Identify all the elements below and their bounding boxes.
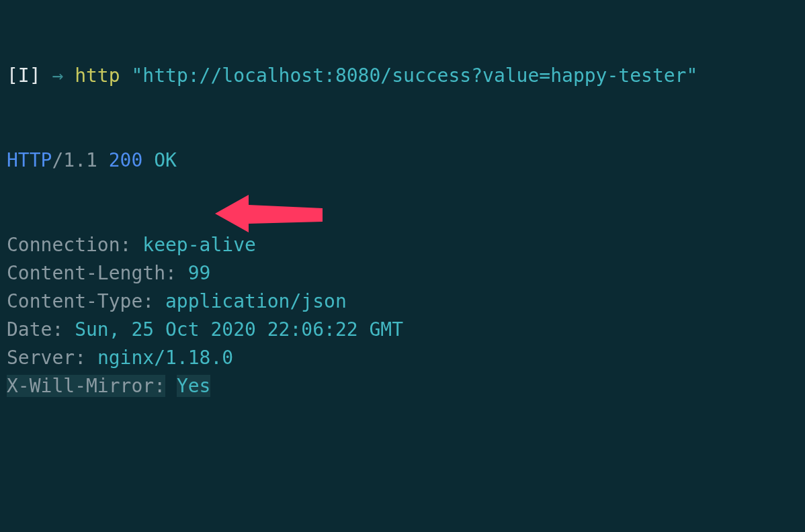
header-value: application/json — [165, 290, 347, 312]
svg-marker-0 — [215, 195, 323, 232]
header-line: X-Will-Mirror: Yes — [7, 372, 798, 400]
header-value: Sun, 25 Oct 2020 22:06:22 GMT — [75, 318, 403, 341]
header-value: 99 — [188, 262, 211, 284]
header-line: Server: nginx/1.18.0 — [7, 344, 798, 372]
header-name: Content-Type — [7, 290, 142, 312]
header-line: Connection: keep-alive — [7, 231, 798, 259]
header-name: Content-Length — [7, 262, 165, 284]
terminal-output: [I] → http "http://localhost:8080/succes… — [0, 0, 805, 532]
prompt-line: [I] → http "http://localhost:8080/succes… — [7, 62, 798, 90]
prompt-mode: [I] — [7, 64, 41, 87]
blank-line — [7, 457, 798, 485]
status-code: 200 — [109, 149, 143, 171]
header-value: keep-alive — [142, 234, 256, 256]
status-text: OK — [154, 149, 177, 171]
header-line: Date: Sun, 25 Oct 2020 22:06:22 GMT — [7, 316, 798, 344]
status-line: HTTP/1.1 200 OK — [7, 146, 798, 175]
prompt-arrow-glyph: → — [52, 64, 63, 87]
header-name: X-Will-Mirror — [7, 375, 154, 397]
header-line: Content-Type: application/json — [7, 287, 798, 316]
header-value: nginx/1.18.0 — [97, 347, 233, 369]
headers-block: Connection: keep-aliveContent-Length: 99… — [7, 231, 798, 400]
command-arg: "http://localhost:8080/success?value=hap… — [131, 64, 697, 87]
header-name: Connection — [7, 234, 120, 256]
header-value: Yes — [177, 375, 211, 397]
status-version: /1.1 — [52, 149, 97, 171]
header-name: Server — [7, 347, 75, 369]
header-line: Content-Length: 99 — [7, 259, 798, 287]
command-name: http — [75, 64, 120, 87]
header-name: Date — [7, 318, 52, 341]
status-proto: HTTP — [7, 149, 52, 171]
